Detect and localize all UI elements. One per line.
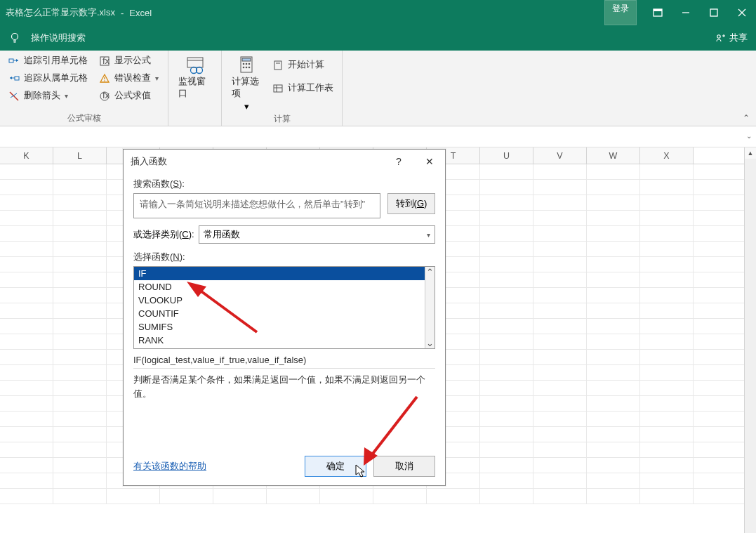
cell[interactable] xyxy=(0,396,53,411)
close-icon[interactable] xyxy=(728,0,756,25)
cell[interactable] xyxy=(0,412,53,426)
cell[interactable] xyxy=(373,489,427,504)
cell[interactable] xyxy=(53,226,107,241)
calc-sheet-button[interactable]: 计算工作表 xyxy=(270,81,336,96)
cell[interactable] xyxy=(0,458,53,473)
cell[interactable] xyxy=(53,365,107,380)
cell[interactable] xyxy=(480,427,533,442)
cell[interactable] xyxy=(533,334,587,349)
cell[interactable] xyxy=(587,334,640,349)
cell[interactable] xyxy=(587,242,640,256)
cell[interactable] xyxy=(427,489,480,504)
tell-me-bar[interactable]: 操作说明搜索 共享 xyxy=(0,25,756,51)
column-header[interactable]: V xyxy=(533,147,587,164)
cell[interactable] xyxy=(694,365,747,380)
close-icon[interactable]: ✕ xyxy=(414,150,445,173)
list-item[interactable]: IF xyxy=(134,267,435,280)
cell[interactable] xyxy=(640,303,694,318)
cell[interactable] xyxy=(533,211,587,225)
cell[interactable] xyxy=(107,489,160,504)
cell[interactable] xyxy=(0,288,53,303)
scroll-up-icon[interactable]: ▲ xyxy=(745,147,756,159)
cell[interactable] xyxy=(694,195,747,210)
evaluate-formula-button[interactable]: fx公式求值 xyxy=(96,88,164,103)
maximize-icon[interactable] xyxy=(700,0,728,25)
cell[interactable] xyxy=(640,211,694,225)
cell[interactable] xyxy=(694,211,747,225)
cell[interactable] xyxy=(694,180,747,195)
cell[interactable] xyxy=(480,195,533,210)
cell[interactable] xyxy=(694,303,747,318)
cell[interactable] xyxy=(587,489,640,504)
cell[interactable] xyxy=(0,195,53,210)
cell[interactable] xyxy=(533,195,587,210)
cell[interactable] xyxy=(640,396,694,411)
watch-window-button[interactable]: 监视窗口 xyxy=(174,53,215,101)
cell[interactable] xyxy=(587,303,640,318)
cell[interactable] xyxy=(640,272,694,287)
cell[interactable] xyxy=(587,211,640,225)
cell[interactable] xyxy=(480,164,533,179)
cell[interactable] xyxy=(533,319,587,334)
cell[interactable] xyxy=(0,473,53,488)
calc-options-button[interactable]: 计算选项 ▾ xyxy=(227,53,265,113)
cell[interactable] xyxy=(533,381,587,395)
cell[interactable] xyxy=(533,272,587,287)
cell[interactable] xyxy=(480,412,533,426)
cell[interactable] xyxy=(480,272,533,287)
cell[interactable] xyxy=(694,458,747,473)
cell[interactable] xyxy=(640,164,694,179)
cell[interactable] xyxy=(533,442,587,457)
cell[interactable] xyxy=(0,257,53,272)
column-header[interactable]: W xyxy=(587,147,640,164)
cell[interactable] xyxy=(640,458,694,473)
cell[interactable] xyxy=(0,180,53,195)
cell[interactable] xyxy=(640,180,694,195)
cell[interactable] xyxy=(53,396,107,411)
cell[interactable] xyxy=(640,489,694,504)
cell[interactable] xyxy=(587,396,640,411)
cell[interactable] xyxy=(53,381,107,395)
cell[interactable] xyxy=(640,319,694,334)
cell[interactable] xyxy=(587,195,640,210)
search-function-input[interactable]: 请输入一条简短说明来描述您想做什么，然后单击"转到" xyxy=(133,193,380,218)
cell[interactable] xyxy=(640,442,694,457)
column-header[interactable]: L xyxy=(53,147,107,164)
cell[interactable] xyxy=(0,164,53,179)
cell[interactable] xyxy=(53,427,107,442)
cell[interactable] xyxy=(640,242,694,256)
cell[interactable] xyxy=(0,350,53,364)
cell[interactable] xyxy=(587,473,640,488)
cell[interactable] xyxy=(587,180,640,195)
cell[interactable] xyxy=(480,350,533,364)
cell[interactable] xyxy=(587,412,640,426)
cell[interactable] xyxy=(640,350,694,364)
list-scrollbar[interactable]: ⌃⌄ xyxy=(425,267,435,348)
cell[interactable] xyxy=(0,334,53,349)
cell[interactable] xyxy=(533,303,587,318)
column-header[interactable]: X xyxy=(640,147,694,164)
cell[interactable] xyxy=(640,473,694,488)
cell[interactable] xyxy=(480,257,533,272)
cell[interactable] xyxy=(53,473,107,488)
cell[interactable] xyxy=(640,365,694,380)
cell[interactable] xyxy=(694,242,747,256)
cell[interactable] xyxy=(694,257,747,272)
dropdown-icon[interactable]: ▾ xyxy=(244,101,249,112)
cell[interactable] xyxy=(587,427,640,442)
cell[interactable] xyxy=(640,257,694,272)
cell[interactable] xyxy=(533,427,587,442)
cell[interactable] xyxy=(0,381,53,395)
cell[interactable] xyxy=(480,365,533,380)
remove-arrows-button[interactable]: 删除箭头▾ xyxy=(6,88,91,103)
cell[interactable] xyxy=(53,257,107,272)
ribbon-display-icon[interactable] xyxy=(644,0,672,25)
minimize-icon[interactable] xyxy=(672,0,700,25)
category-select[interactable]: 常用函数 ▾ xyxy=(199,225,435,244)
cell[interactable] xyxy=(480,442,533,457)
cell[interactable] xyxy=(53,288,107,303)
cell[interactable] xyxy=(480,180,533,195)
cell[interactable] xyxy=(53,272,107,287)
cell[interactable] xyxy=(53,350,107,364)
cell[interactable] xyxy=(53,242,107,256)
